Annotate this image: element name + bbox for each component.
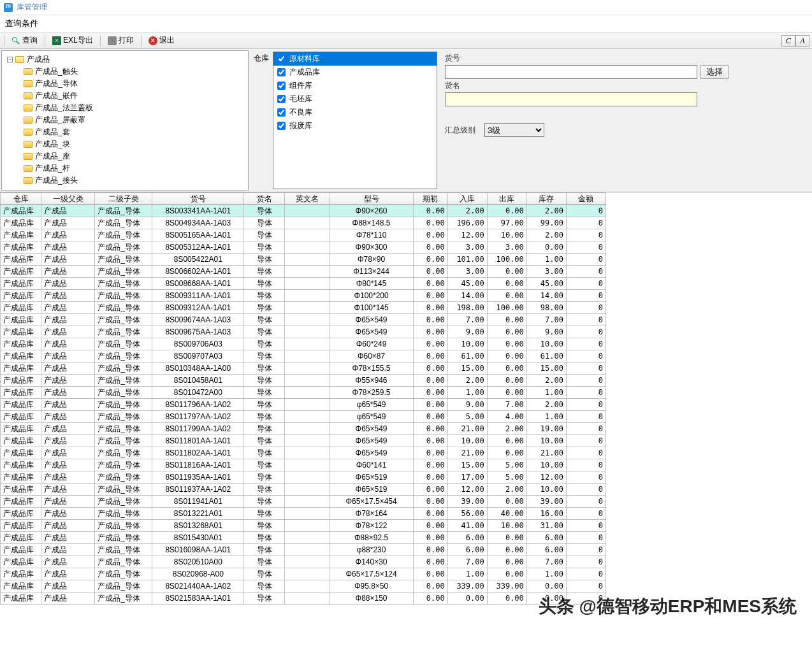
column-header[interactable]: 英文名 <box>285 193 330 205</box>
level-select[interactable]: 3级 <box>484 123 544 137</box>
table-row[interactable]: 产成品库产成品产成品_导体8S005422A01导体Φ78×900.00101.… <box>1 254 606 266</box>
column-header[interactable]: 入库 <box>447 193 487 205</box>
column-header[interactable]: 出库 <box>487 193 526 205</box>
search-button[interactable]: 查询 <box>7 33 42 48</box>
table-row[interactable]: 产成品库产成品产成品_导体8S004934AA-1A03导体Φ88×148.50… <box>1 217 606 229</box>
table-row[interactable]: 产成品库产成品产成品_导体8S011937AA-1A02导体Φ65×5190.0… <box>1 484 606 496</box>
column-header[interactable]: 期初 <box>413 193 447 205</box>
data-grid[interactable]: 仓库一级父类二级子类货号货名英文名型号期初入库出库库存金额 产成品库产成品产成品… <box>0 192 606 605</box>
warehouse-item[interactable]: 毛坯库 <box>273 92 437 106</box>
tree-item[interactable]: 产成品_块 <box>3 138 247 150</box>
table-cell: 3.00 <box>447 266 487 278</box>
tree-root[interactable]: - 产成品 <box>3 54 247 66</box>
table-row[interactable]: 产成品库产成品产成品_导体8S016098AA-1A01导体φ88*2300.0… <box>1 544 606 556</box>
column-header[interactable]: 一级父类 <box>41 193 95 205</box>
warehouse-item[interactable]: 报废库 <box>273 119 437 133</box>
tree-item[interactable]: 产成品_嵌件 <box>3 90 247 102</box>
table-row[interactable]: 产成品库产成品产成品_导体8S009674AA-1A03导体Φ65×5490.0… <box>1 314 606 326</box>
warehouse-item[interactable]: 不良库 <box>273 106 437 119</box>
tree-item[interactable]: 产成品_导体 <box>3 78 247 90</box>
table-row[interactable]: 产成品库产成品产成品_导体8S021583AA-1A01导体Φ88×1500.0… <box>1 592 606 605</box>
table-row[interactable]: 产成品库产成品产成品_导体8S005165AA-1A01导体Φ78*1100.0… <box>1 229 606 241</box>
warehouse-checkbox[interactable] <box>277 68 286 76</box>
table-row[interactable]: 产成品库产成品产成品_导体8S011796AA-1A02导体φ65*5490.0… <box>1 399 606 411</box>
table-cell <box>285 568 330 580</box>
table-row[interactable]: 产成品库产成品产成品_导体8S009706A03导体Φ60*2490.0010.… <box>1 338 606 350</box>
table-row[interactable]: 产成品库产成品产成品_导体8S010458A01导体Φ55×9460.002.0… <box>1 375 606 387</box>
a-button[interactable]: A <box>795 35 809 47</box>
table-cell: 15.00 <box>447 459 487 471</box>
grid-header-row[interactable]: 仓库一级父类二级子类货号货名英文名型号期初入库出库库存金额 <box>1 193 606 205</box>
print-button[interactable]: 打印 <box>103 33 138 48</box>
table-row[interactable]: 产成品库产成品产成品_导体8S009675AA-1A03导体Φ65×5490.0… <box>1 326 606 338</box>
table-row[interactable]: 产成品库产成品产成品_导体8S011935AA-1A01导体Φ65×5190.0… <box>1 471 606 484</box>
table-cell: Φ65×549 <box>330 326 413 338</box>
warehouse-item[interactable]: 原材料库 <box>273 52 437 66</box>
exit-button[interactable]: × 退出 <box>144 33 179 48</box>
table-row[interactable]: 产成品库产成品产成品_导体8S009311AA-1A01导体Φ100*2000.… <box>1 290 606 302</box>
warehouse-item-label: 原材料库 <box>289 54 320 64</box>
select-button[interactable]: 选择 <box>700 65 729 79</box>
part-no-input[interactable] <box>445 65 697 79</box>
table-row[interactable]: 产成品库产成品产成品_导体8S011801AA-1A01导体Φ65×5490.0… <box>1 435 606 447</box>
table-cell: 9.00 <box>447 399 487 411</box>
warehouse-list[interactable]: 原材料库产成品库组件库毛坯库不良库报废库 <box>273 52 437 189</box>
category-tree[interactable]: - 产成品 产成品_触头产成品_导体产成品_嵌件产成品_法兰盖板产成品_屏蔽罩产… <box>1 50 249 190</box>
warehouse-checkbox[interactable] <box>277 108 286 117</box>
table-row[interactable]: 产成品库产成品产成品_导体8S011941A01导体Φ65×17.5×4540.… <box>1 496 606 508</box>
warehouse-checkbox[interactable] <box>277 82 286 90</box>
table-cell: 40.00 <box>487 508 526 520</box>
table-row[interactable]: 产成品库产成品产成品_导体8S013268A01导体Φ78×1220.0041.… <box>1 520 606 532</box>
column-header[interactable]: 型号 <box>330 193 413 205</box>
table-row[interactable]: 产成品库产成品产成品_导体8S021440AA-1A02导体Φ95.8×500.… <box>1 580 606 592</box>
table-cell: Φ100*200 <box>330 290 413 302</box>
warehouse-checkbox[interactable] <box>277 95 286 103</box>
table-row[interactable]: 产成品库产成品产成品_导体8S010472A00导体Φ78×259.50.001… <box>1 387 606 399</box>
tree-item[interactable]: 产成品_屏蔽罩 <box>3 114 247 126</box>
warehouse-item[interactable]: 产成品库 <box>273 66 437 79</box>
table-row[interactable]: 产成品库产成品产成品_导体8S011802AA-1A01导体Φ65×5490.0… <box>1 447 606 459</box>
column-header[interactable]: 二级子类 <box>95 193 152 205</box>
tree-item[interactable]: 产成品_座 <box>3 150 247 162</box>
table-row[interactable]: 产成品库产成品产成品_导体8S011797AA-1A02导体φ65*5490.0… <box>1 411 606 423</box>
warehouse-checkbox[interactable] <box>277 122 286 130</box>
c-button[interactable]: C <box>781 35 795 47</box>
column-header[interactable]: 库存 <box>526 193 566 205</box>
table-row[interactable]: 产成品库产成品产成品_导体8S010348AA-1A00导体Φ78×155.50… <box>1 362 606 375</box>
table-row[interactable]: 产成品库产成品产成品_导体8S009707A03导体Φ60×870.0061.0… <box>1 350 606 362</box>
table-cell <box>285 423 330 435</box>
table-row[interactable]: 产成品库产成品产成品_导体8S020968-A00导体Φ65×17.5×1240… <box>1 568 606 580</box>
table-row[interactable]: 产成品库产成品产成品_导体8S006602AA-1A01导体Φ113×2440.… <box>1 266 606 278</box>
table-cell: 产成品库 <box>1 423 41 435</box>
column-header[interactable]: 金额 <box>566 193 605 205</box>
table-row[interactable]: 产成品库产成品产成品_导体8S011816AA-1A01导体Φ60*1410.0… <box>1 459 606 471</box>
table-row[interactable]: 产成品库产成品产成品_导体8S015430A01导体Φ88×92.50.006.… <box>1 532 606 544</box>
export-excel-button[interactable]: X EXL导出 <box>48 33 98 48</box>
table-cell <box>285 375 330 387</box>
table-cell: 产成品库 <box>1 484 41 496</box>
collapse-icon[interactable]: - <box>7 57 13 62</box>
tree-item[interactable]: 产成品_套 <box>3 126 247 138</box>
table-row[interactable]: 产成品库产成品产成品_导体8S011799AA-1A02导体Φ65×5490.0… <box>1 423 606 435</box>
export-label: EXL导出 <box>63 35 93 46</box>
column-header[interactable]: 货名 <box>244 193 285 205</box>
column-header[interactable]: 货号 <box>152 193 244 205</box>
warehouse-checkbox[interactable] <box>277 55 286 63</box>
tree-item[interactable]: 产成品_法兰盖板 <box>3 102 247 114</box>
table-row[interactable]: 产成品库产成品产成品_导体8S009312AA-1A01导体Φ100*1450.… <box>1 302 606 314</box>
table-row[interactable]: 产成品库产成品产成品_导体8S003341AA-1A01导体Φ90×2600.0… <box>1 205 606 217</box>
tree-item-label: 产成品_屏蔽罩 <box>35 115 85 126</box>
tree-item[interactable]: 产成品_杆 <box>3 162 247 175</box>
table-row[interactable]: 产成品库产成品产成品_导体8S005312AA-1A01导体Φ90×3000.0… <box>1 241 606 254</box>
tree-root-label: 产成品 <box>27 54 50 65</box>
part-name-input[interactable] <box>445 92 697 106</box>
tree-item[interactable]: 产成品_接头 <box>3 175 247 187</box>
warehouse-item[interactable]: 组件库 <box>273 79 437 92</box>
table-cell: 0 <box>566 290 605 302</box>
table-cell: Φ88×148.5 <box>330 217 413 229</box>
tree-item[interactable]: 产成品_触头 <box>3 66 247 78</box>
column-header[interactable]: 仓库 <box>1 193 41 205</box>
table-row[interactable]: 产成品库产成品产成品_导体8S008668AA-1A01导体Φ80*1450.0… <box>1 278 606 290</box>
table-row[interactable]: 产成品库产成品产成品_导体8S013221A01导体Φ78×1640.0056.… <box>1 508 606 520</box>
table-row[interactable]: 产成品库产成品产成品_导体8S020510A00导体Φ140×300.007.0… <box>1 556 606 568</box>
